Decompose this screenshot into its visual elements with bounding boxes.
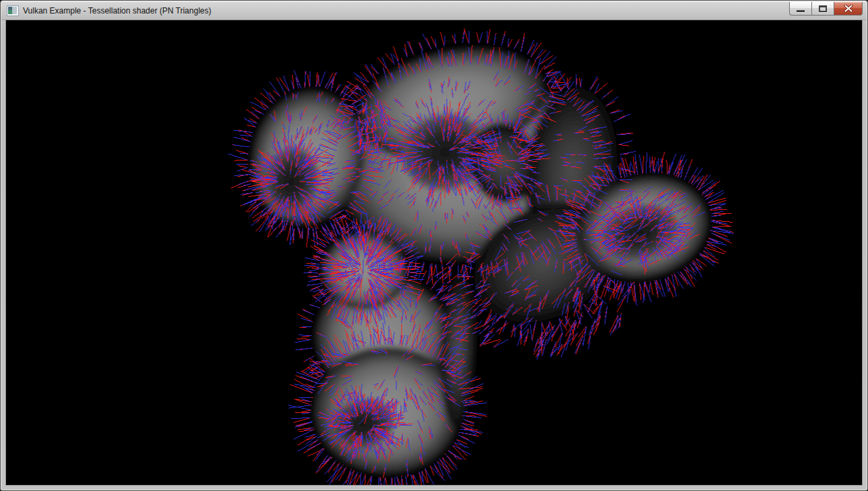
app-window: Vulkan Example - Tessellation shader (PN…	[0, 0, 868, 491]
application-icon[interactable]	[7, 5, 19, 16]
minimize-button[interactable]	[789, 2, 812, 16]
maximize-button[interactable]	[811, 2, 834, 16]
model-canvas[interactable]	[6, 20, 862, 485]
close-icon	[844, 5, 853, 12]
maximize-icon	[819, 5, 827, 12]
minimize-icon	[797, 10, 805, 12]
titlebar[interactable]: Vulkan Example - Tessellation shader (PN…	[1, 1, 867, 20]
viewport[interactable]	[6, 20, 862, 485]
application-icon-fragment	[12, 7, 17, 14]
window-title: Vulkan Example - Tessellation shader (PN…	[23, 6, 211, 16]
close-button[interactable]	[834, 2, 863, 16]
caption-buttons	[789, 2, 863, 16]
